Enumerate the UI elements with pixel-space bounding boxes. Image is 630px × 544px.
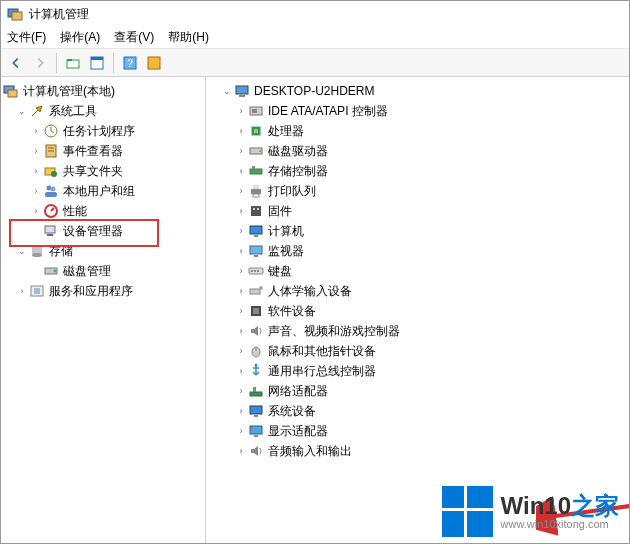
device-print[interactable]: ›打印队列 xyxy=(206,181,629,201)
menu-action[interactable]: 操作(A) xyxy=(60,29,100,46)
device-hid[interactable]: ›人体学输入设备 xyxy=(206,281,629,301)
expander-icon[interactable]: › xyxy=(234,404,248,418)
expander-icon[interactable]: › xyxy=(234,264,248,278)
svg-point-36 xyxy=(259,150,261,152)
tree-label: 服务和应用程序 xyxy=(49,283,133,300)
toolbar-folder-button[interactable] xyxy=(62,52,84,74)
tree-disk-mgmt[interactable]: 磁盘管理 xyxy=(1,261,205,281)
expander-icon[interactable]: › xyxy=(234,224,248,238)
expander-icon[interactable]: › xyxy=(234,364,248,378)
svg-rect-43 xyxy=(253,208,255,210)
expander-icon[interactable]: › xyxy=(29,124,43,138)
svg-rect-32 xyxy=(252,109,257,113)
toolbar-action-button[interactable] xyxy=(143,52,165,74)
nav-back-button[interactable] xyxy=(5,52,27,74)
expander-icon[interactable]: › xyxy=(234,244,248,258)
device-disk[interactable]: ›磁盘驱动器 xyxy=(206,141,629,161)
device-firmware[interactable]: ›固件 xyxy=(206,201,629,221)
expander-icon[interactable]: › xyxy=(234,284,248,298)
device-usb[interactable]: ›通用串行总线控制器 xyxy=(206,361,629,381)
gpu-icon xyxy=(248,423,264,439)
expander-icon[interactable]: › xyxy=(29,164,43,178)
display-icon xyxy=(248,243,264,259)
svg-rect-63 xyxy=(254,415,258,417)
expander-icon[interactable]: › xyxy=(234,184,248,198)
expander-icon[interactable]: › xyxy=(234,324,248,338)
tree-label: 磁盘管理 xyxy=(63,263,111,280)
tree-root-label: 计算机管理(本地) xyxy=(23,83,115,100)
toolbar-help-button[interactable]: ? xyxy=(119,52,141,74)
expander-icon[interactable]: › xyxy=(15,284,29,298)
device-storage-ctrl[interactable]: ›存储控制器 xyxy=(206,161,629,181)
svg-text:?: ? xyxy=(127,58,133,69)
tree-label: 设备管理器 xyxy=(63,223,123,240)
cpu-icon xyxy=(248,123,264,139)
tree-label: 打印队列 xyxy=(268,183,316,200)
toolbar-browse-button[interactable] xyxy=(86,52,108,74)
tree-local-users[interactable]: › 本地用户和组 xyxy=(1,181,205,201)
menu-help[interactable]: 帮助(H) xyxy=(168,29,209,46)
device-network[interactable]: ›网络适配器 xyxy=(206,381,629,401)
expander-icon[interactable]: › xyxy=(29,204,43,218)
svg-rect-38 xyxy=(252,166,255,169)
expander-icon[interactable]: › xyxy=(234,104,248,118)
expander-icon[interactable]: › xyxy=(29,184,43,198)
expander-icon[interactable]: ⌄ xyxy=(220,84,234,98)
book-icon xyxy=(43,143,59,159)
expander-icon[interactable]: › xyxy=(234,344,248,358)
svg-rect-3 xyxy=(67,59,72,61)
tree-performance[interactable]: › 性能 xyxy=(1,201,205,221)
tree-storage[interactable]: ⌄ 存储 xyxy=(1,241,205,261)
tree-label: 软件设备 xyxy=(268,303,316,320)
device-mouse[interactable]: ›鼠标和其他指针设备 xyxy=(206,341,629,361)
tree-label: 声音、视频和游戏控制器 xyxy=(268,323,400,340)
tree-event-viewer[interactable]: › 事件查看器 xyxy=(1,141,205,161)
watermark-url: www.win10xitong.com xyxy=(501,518,619,530)
expander-icon[interactable]: › xyxy=(29,144,43,158)
device-audio-io[interactable]: ›音频输入和输出 xyxy=(206,441,629,461)
expander-icon[interactable]: › xyxy=(234,144,248,158)
device-root[interactable]: ⌄ DESKTOP-U2HDERM xyxy=(206,81,629,101)
device-cpu[interactable]: ›处理器 xyxy=(206,121,629,141)
tree-system-tools[interactable]: ⌄ 系统工具 xyxy=(1,101,205,121)
menu-file[interactable]: 文件(F) xyxy=(7,29,46,46)
tree-task-scheduler[interactable]: › 任务计划程序 xyxy=(1,121,205,141)
svg-rect-41 xyxy=(253,194,259,197)
expander-icon[interactable]: › xyxy=(234,204,248,218)
expander-icon[interactable]: ⌄ xyxy=(15,244,29,258)
device-sysdev[interactable]: ›系统设备 xyxy=(206,401,629,421)
expander-icon[interactable]: › xyxy=(234,124,248,138)
svg-point-59 xyxy=(255,364,258,367)
expander-icon[interactable]: ⌄ xyxy=(15,104,29,118)
expander-icon[interactable]: › xyxy=(234,164,248,178)
svg-rect-19 xyxy=(45,192,57,197)
windows-logo-icon xyxy=(442,486,493,537)
menu-view[interactable]: 查看(V) xyxy=(114,29,154,46)
expander-icon[interactable]: › xyxy=(234,444,248,458)
software-icon xyxy=(248,303,264,319)
tree-label: 存储 xyxy=(49,243,73,260)
device-display[interactable]: ›显示适配器 xyxy=(206,421,629,441)
tree-device-manager[interactable]: 设备管理器 xyxy=(1,221,205,241)
nav-forward-button[interactable] xyxy=(29,52,51,74)
app-icon xyxy=(7,6,23,22)
svg-rect-45 xyxy=(250,226,262,234)
expander-icon[interactable]: › xyxy=(234,304,248,318)
expander-icon[interactable]: › xyxy=(234,424,248,438)
tree-label: 磁盘驱动器 xyxy=(268,143,328,160)
svg-rect-47 xyxy=(250,246,262,254)
device-keyboard[interactable]: ›键盘 xyxy=(206,261,629,281)
expander-icon[interactable]: › xyxy=(234,384,248,398)
device-computer[interactable]: ›计算机 xyxy=(206,221,629,241)
tree-label: 处理器 xyxy=(268,123,304,140)
tree-label: 显示适配器 xyxy=(268,423,328,440)
device-monitor[interactable]: ›监视器 xyxy=(206,241,629,261)
tree-services[interactable]: › 服务和应用程序 xyxy=(1,281,205,301)
tree-label: 鼠标和其他指针设备 xyxy=(268,343,376,360)
tree-root[interactable]: 计算机管理(本地) xyxy=(1,81,205,101)
device-software[interactable]: ›软件设备 xyxy=(206,301,629,321)
svg-rect-48 xyxy=(254,255,258,257)
device-ide[interactable]: ›IDE ATA/ATAPI 控制器 xyxy=(206,101,629,121)
device-sound[interactable]: ›声音、视频和游戏控制器 xyxy=(206,321,629,341)
tree-shared-folders[interactable]: › 共享文件夹 xyxy=(1,161,205,181)
